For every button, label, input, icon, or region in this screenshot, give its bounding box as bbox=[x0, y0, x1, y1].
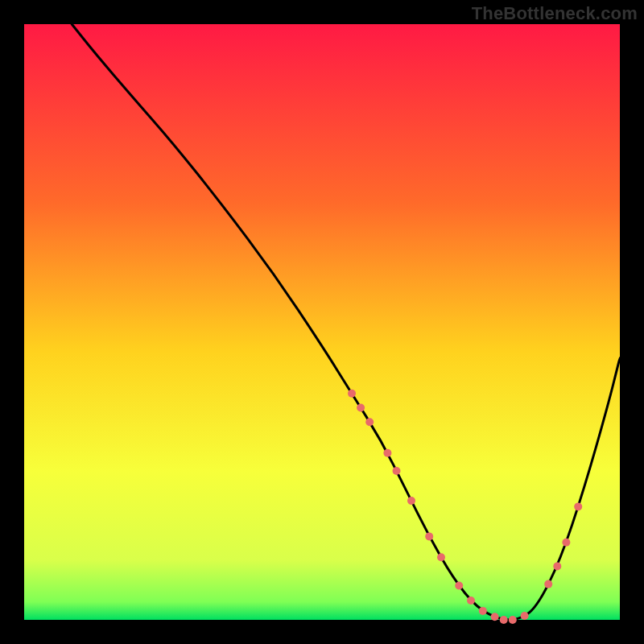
curve-marker bbox=[383, 449, 391, 457]
curve-marker bbox=[455, 581, 463, 589]
curve-marker bbox=[437, 553, 445, 561]
curve-marker bbox=[425, 532, 433, 540]
curve-marker bbox=[574, 502, 582, 510]
watermark-label: TheBottleneck.com bbox=[472, 3, 638, 24]
curve-marker bbox=[357, 404, 365, 412]
curve-marker bbox=[544, 580, 552, 588]
curve-marker bbox=[365, 418, 374, 426]
chart-container: TheBottleneck.com bbox=[0, 0, 644, 644]
curve-marker bbox=[407, 497, 415, 505]
curve-marker bbox=[479, 607, 487, 615]
chart-plot-area bbox=[24, 24, 620, 620]
curve-marker bbox=[467, 597, 475, 605]
curve-marker bbox=[562, 539, 570, 547]
curve-marker bbox=[509, 616, 517, 624]
bottleneck-chart bbox=[0, 0, 644, 644]
curve-marker bbox=[491, 613, 499, 621]
curve-marker bbox=[348, 390, 356, 398]
curve-marker bbox=[393, 467, 401, 475]
curve-marker bbox=[553, 562, 561, 570]
curve-marker bbox=[521, 612, 529, 620]
curve-marker bbox=[500, 616, 508, 624]
